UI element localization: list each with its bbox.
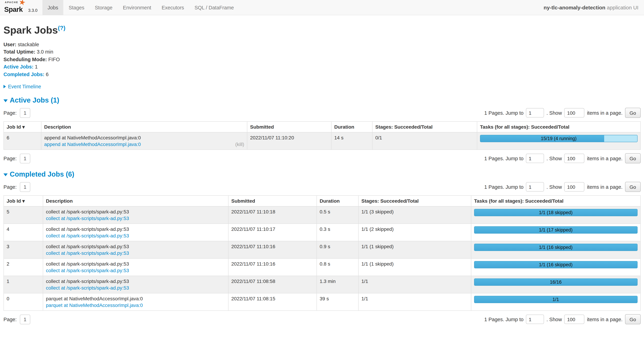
jump-to-input[interactable]	[526, 154, 544, 163]
job-description-cell: collect at /spark-scripts/spark-ad.py:53…	[43, 276, 228, 293]
col-description[interactable]: Description	[41, 121, 247, 132]
items-text: items in a page.	[587, 110, 622, 116]
col-tasks[interactable]: Tasks (for all stages): Succeeded/Total	[471, 196, 640, 206]
pagination-bar: Page: 1 1 Pages. Jump to . Show items in…	[4, 108, 640, 118]
go-button[interactable]: Go	[625, 153, 640, 163]
job-submitted: 2022/11/07 11:10:16	[228, 241, 317, 259]
job-stages: 1/1	[358, 293, 471, 311]
progress-label: 1/1 (17 skipped)	[474, 227, 637, 233]
collapse-arrow-icon	[4, 173, 8, 176]
job-description: collect at /spark-scripts/spark-ad.py:53	[46, 261, 226, 267]
scheduling-mode-value: FIFO	[48, 56, 60, 62]
jump-to-input[interactable]	[526, 182, 544, 192]
summary-completed-jobs: Completed Jobs: 6	[4, 71, 640, 78]
tab-sql-dataframe[interactable]: SQL / DataFrame	[189, 0, 239, 15]
tab-jobs[interactable]: Jobs	[42, 0, 63, 15]
tasks-progress-bar: 1/1 (16 skipped)	[474, 261, 638, 268]
active-jobs-section-toggle[interactable]: Active Jobs (1)	[4, 96, 640, 104]
job-tasks-cell: 1/1 (18 skipped)	[471, 206, 640, 224]
tab-stages-label[interactable]: Stages	[64, 0, 90, 15]
page-title: Spark Jobs(?)	[4, 22, 640, 36]
show-text: . Show	[546, 184, 562, 190]
job-submitted: 2022/11/07 11:10:16	[228, 259, 317, 276]
progress-label: 15/19 (4 running)	[480, 135, 637, 142]
pages-jump-text: 1 Pages. Jump to	[484, 184, 524, 190]
col-description[interactable]: Description	[43, 196, 228, 206]
col-duration[interactable]: Duration	[317, 196, 358, 206]
job-duration: 0.3 s	[317, 224, 358, 241]
jump-to-input[interactable]	[526, 315, 544, 324]
tab-executors-label[interactable]: Executors	[156, 0, 189, 15]
event-timeline-link[interactable]: Event Timeline	[8, 84, 41, 89]
kill-link[interactable]: (kill)	[235, 141, 244, 147]
pages-jump-text: 1 Pages. Jump to	[484, 156, 524, 161]
spark-logo-link[interactable]: APACHE ★ Spark 3.3.0	[0, 0, 42, 15]
job-submitted: 2022/11/07 11:08:15	[228, 293, 317, 311]
show-text: . Show	[546, 156, 562, 161]
job-duration: 14 s	[331, 132, 372, 150]
tab-environment-label[interactable]: Environment	[118, 0, 156, 15]
table-row: 6 append at NativeMethodAccessorImpl.jav…	[4, 132, 640, 150]
job-description-cell: parquet at NativeMethodAccessorImpl.java…	[43, 293, 228, 311]
job-description-link[interactable]: collect at /spark-scripts/spark-ad.py:53	[46, 233, 129, 239]
show-items-input[interactable]	[564, 315, 584, 324]
job-stages: 1/1 (2 skipped)	[358, 224, 471, 241]
job-stages: 1/1 (1 skipped)	[358, 241, 471, 259]
col-duration[interactable]: Duration	[331, 121, 372, 132]
job-description-link[interactable]: collect at /spark-scripts/spark-ad.py:53	[46, 285, 129, 291]
job-description-link[interactable]: parquet at NativeMethodAccessorImpl.java…	[46, 303, 143, 308]
job-description-link[interactable]: collect at /spark-scripts/spark-ad.py:53	[46, 216, 129, 221]
items-text: items in a page.	[587, 317, 622, 322]
job-id: 4	[4, 224, 43, 241]
jump-to-input[interactable]	[526, 108, 544, 117]
col-job-id[interactable]: Job Id ▾	[4, 196, 43, 206]
job-description-link[interactable]: append at NativeMethodAccessorImpl.java:…	[44, 141, 141, 147]
progress-label: 1/1	[474, 296, 637, 303]
job-id: 2	[4, 259, 43, 276]
col-submitted[interactable]: Submitted	[247, 121, 331, 132]
job-tasks-cell: 15/19 (4 running)	[477, 132, 640, 150]
page-number-box[interactable]: 1	[20, 182, 30, 192]
go-button[interactable]: Go	[625, 182, 640, 192]
page-number-box[interactable]: 1	[20, 153, 30, 163]
tab-storage[interactable]: Storage	[90, 0, 118, 15]
job-submitted: 2022/11/07 11:10:17	[228, 224, 317, 241]
completed-jobs-link[interactable]: Completed Jobs:	[4, 71, 44, 77]
completed-jobs-section-title: Completed Jobs (6)	[10, 170, 74, 178]
job-description-cell: collect at /spark-scripts/spark-ad.py:53…	[43, 259, 228, 276]
page-label: Page:	[4, 317, 17, 322]
go-button[interactable]: Go	[625, 108, 640, 118]
tab-sql-dataframe-label[interactable]: SQL / DataFrame	[189, 0, 239, 15]
active-jobs-link[interactable]: Active Jobs:	[4, 64, 34, 69]
tab-jobs-label[interactable]: Jobs	[42, 0, 63, 15]
apache-logo-text: APACHE	[5, 1, 18, 3]
tasks-progress-bar: 1/1 (16 skipped)	[474, 244, 638, 251]
tab-executors[interactable]: Executors	[156, 0, 189, 15]
tab-stages[interactable]: Stages	[64, 0, 90, 15]
col-submitted[interactable]: Submitted	[228, 196, 317, 206]
show-items-input[interactable]	[564, 154, 584, 163]
job-description-link[interactable]: collect at /spark-scripts/spark-ad.py:53	[46, 268, 129, 273]
col-stages[interactable]: Stages: Succeeded/Total	[372, 121, 477, 132]
tasks-progress-bar: 1/1	[474, 296, 638, 303]
show-items-input[interactable]	[564, 182, 584, 192]
summary-active-jobs: Active Jobs: 1	[4, 63, 640, 71]
page-label: Page:	[4, 156, 17, 161]
tasks-progress-bar: 16/16	[474, 279, 638, 286]
col-tasks[interactable]: Tasks (for all stages): Succeeded/Total	[477, 121, 640, 132]
help-link[interactable]: (?)	[58, 25, 66, 31]
show-items-input[interactable]	[564, 108, 584, 117]
tab-storage-label[interactable]: Storage	[90, 0, 118, 15]
col-stages[interactable]: Stages: Succeeded/Total	[358, 196, 471, 206]
col-job-id[interactable]: Job Id ▾	[4, 121, 41, 132]
job-stages: 1/1 (1 skipped)	[358, 259, 471, 276]
job-duration: 1.3 min	[317, 276, 358, 293]
page-number-box[interactable]: 1	[20, 315, 30, 324]
tab-environment[interactable]: Environment	[118, 0, 156, 15]
page-number-box[interactable]: 1	[20, 108, 30, 118]
job-description-link[interactable]: collect at /spark-scripts/spark-ad.py:53	[46, 250, 129, 256]
completed-jobs-section-toggle[interactable]: Completed Jobs (6)	[4, 170, 640, 178]
event-timeline-toggle[interactable]: Event Timeline	[4, 84, 640, 89]
show-text: . Show	[546, 317, 562, 322]
go-button[interactable]: Go	[625, 314, 640, 324]
